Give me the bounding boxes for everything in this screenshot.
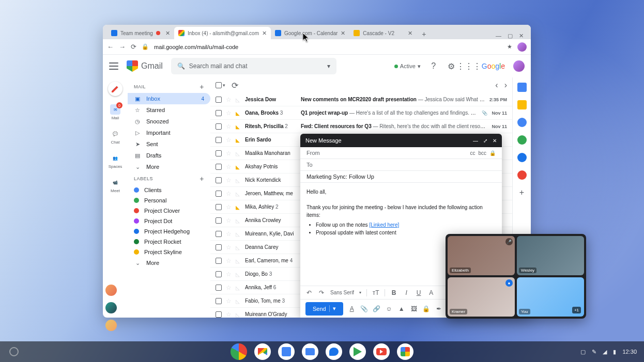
- font-select[interactable]: Sans Serif: [330, 290, 354, 295]
- play-store-icon[interactable]: [349, 343, 366, 360]
- help-icon[interactable]: ?: [429, 61, 438, 71]
- calendar-app-icon[interactable]: [278, 343, 295, 360]
- select-all-checkbox[interactable]: ▾: [216, 82, 225, 88]
- nav-sent[interactable]: ➤Sent: [128, 138, 210, 150]
- maximize-button[interactable]: ▢: [508, 33, 513, 39]
- important-icon[interactable]: ◺: [236, 285, 241, 290]
- row-checkbox[interactable]: [216, 137, 222, 143]
- tasks-icon[interactable]: [517, 118, 527, 127]
- rail-spaces[interactable]: 👥 Spaces: [109, 153, 122, 169]
- row-checkbox[interactable]: [216, 204, 222, 210]
- add-label-button[interactable]: +: [200, 175, 204, 183]
- launcher-button[interactable]: [9, 347, 19, 356]
- main-menu-button[interactable]: [109, 62, 118, 70]
- important-icon[interactable]: ◣: [236, 204, 241, 210]
- nav-drafts[interactable]: ▤Drafts: [128, 150, 210, 161]
- prev-page-button[interactable]: ‹: [495, 81, 498, 90]
- important-icon[interactable]: ◺: [236, 218, 241, 223]
- tab-calendar[interactable]: Google.com - Calendar ✕: [271, 27, 349, 39]
- important-icon[interactable]: ◺: [236, 245, 241, 250]
- back-button[interactable]: ←: [107, 43, 114, 51]
- reload-button[interactable]: ⟳: [131, 43, 136, 51]
- important-icon[interactable]: ◣: [236, 111, 241, 116]
- important-icon[interactable]: ◺: [236, 178, 241, 183]
- important-icon[interactable]: ◺: [236, 258, 241, 263]
- label-item[interactable]: Project Rocket: [128, 237, 210, 247]
- forward-button[interactable]: →: [119, 43, 126, 51]
- undo-button[interactable]: ↶: [305, 289, 313, 296]
- lock-icon[interactable]: 🔒: [489, 150, 496, 156]
- email-row[interactable]: ☆ ◣ Ritesh, Priscilla 2 Fwd: Client reso…: [210, 120, 512, 133]
- important-icon[interactable]: ◺: [236, 272, 241, 277]
- profile-avatar[interactable]: [517, 42, 527, 52]
- bold-button[interactable]: B: [390, 289, 397, 296]
- rail-mail[interactable]: ✉0 Mail: [110, 104, 120, 120]
- label-item[interactable]: Project Clover: [128, 206, 210, 216]
- addon-icon[interactable]: [517, 170, 527, 180]
- subject-field[interactable]: Marketing Sync: Follow Up: [300, 171, 502, 183]
- star-icon[interactable]: ☆: [226, 217, 232, 224]
- star-icon[interactable]: ☆: [226, 190, 232, 197]
- url-text[interactable]: mail.google.com/mail/u/mail-code: [154, 44, 502, 50]
- apps-icon[interactable]: ⋮⋮⋮: [464, 61, 473, 71]
- row-checkbox[interactable]: [216, 298, 222, 304]
- add-folder-button[interactable]: +: [200, 83, 204, 91]
- row-checkbox[interactable]: [216, 164, 222, 170]
- nav-star[interactable]: ☆Starred: [128, 104, 210, 116]
- add-addon-button[interactable]: +: [519, 188, 524, 197]
- photos-app-icon[interactable]: [397, 343, 413, 360]
- chat-avatar[interactable]: [105, 302, 117, 313]
- row-checkbox[interactable]: [216, 244, 222, 250]
- nav-important[interactable]: ▷Important: [128, 127, 210, 138]
- star-icon[interactable]: ☆: [226, 271, 232, 278]
- new-tab-button[interactable]: +: [419, 29, 429, 39]
- row-checkbox[interactable]: [216, 231, 222, 237]
- nav-inbox[interactable]: ▣Inbox4: [128, 93, 210, 104]
- star-icon[interactable]: ☆: [226, 244, 232, 251]
- row-checkbox[interactable]: [216, 177, 222, 183]
- star-icon[interactable]: ★: [507, 43, 512, 50]
- star-icon[interactable]: ☆: [226, 203, 232, 211]
- pip-participant[interactable]: Elizabeth 🎤: [448, 236, 515, 275]
- tab-cascade[interactable]: Cascade - V2 ✕: [349, 27, 417, 39]
- label-item[interactable]: Personal: [128, 195, 210, 206]
- refresh-button[interactable]: ⟳: [232, 81, 238, 90]
- rail-chat[interactable]: 💬 Chat: [110, 129, 120, 145]
- row-checkbox[interactable]: [216, 150, 222, 156]
- emoji-icon[interactable]: ☺: [386, 305, 393, 312]
- pip-participant[interactable]: Kramer ●: [448, 277, 515, 317]
- pip-participant[interactable]: Wesley: [517, 236, 584, 275]
- star-icon[interactable]: ☆: [226, 163, 232, 170]
- row-checkbox[interactable]: [216, 110, 222, 116]
- calendar-icon[interactable]: [517, 83, 527, 92]
- rail-meet[interactable]: 📹 Meet: [110, 177, 120, 193]
- email-row[interactable]: ☆ ◺ Jessica Dow New comments on MCR2020 …: [210, 93, 512, 106]
- messages-app-icon[interactable]: [326, 343, 342, 360]
- star-icon[interactable]: ☆: [226, 311, 232, 318]
- close-compose-button[interactable]: ✕: [493, 138, 497, 144]
- compose-button[interactable]: [108, 82, 122, 96]
- italic-button[interactable]: I: [403, 289, 410, 296]
- close-icon[interactable]: ✕: [341, 30, 345, 37]
- link[interactable]: [Linked here]: [369, 222, 399, 228]
- wifi-icon[interactable]: ◢: [603, 349, 607, 355]
- close-icon[interactable]: ✕: [408, 30, 412, 37]
- compose-header[interactable]: New Message — ⤢ ✕: [300, 134, 502, 147]
- contacts-icon[interactable]: [517, 135, 527, 145]
- star-icon[interactable]: ☆: [226, 257, 232, 264]
- pip-participant[interactable]: You +1: [517, 277, 584, 317]
- clock[interactable]: 12:30: [622, 349, 637, 355]
- nav-more[interactable]: ⌄ More: [128, 257, 210, 269]
- important-icon[interactable]: ◣: [236, 137, 241, 143]
- text-color-button[interactable]: A: [427, 289, 435, 296]
- important-icon[interactable]: ◺: [236, 151, 241, 156]
- row-checkbox[interactable]: [216, 285, 222, 291]
- row-checkbox[interactable]: [216, 97, 222, 103]
- row-checkbox[interactable]: [216, 311, 222, 318]
- font-size-button[interactable]: тT: [372, 289, 379, 296]
- row-checkbox[interactable]: [216, 271, 222, 277]
- label-item[interactable]: Project Dot: [128, 216, 210, 226]
- close-window-button[interactable]: ✕: [519, 33, 524, 39]
- nav-snooze[interactable]: ◷Snoozed: [128, 116, 210, 127]
- star-icon[interactable]: ☆: [226, 297, 232, 305]
